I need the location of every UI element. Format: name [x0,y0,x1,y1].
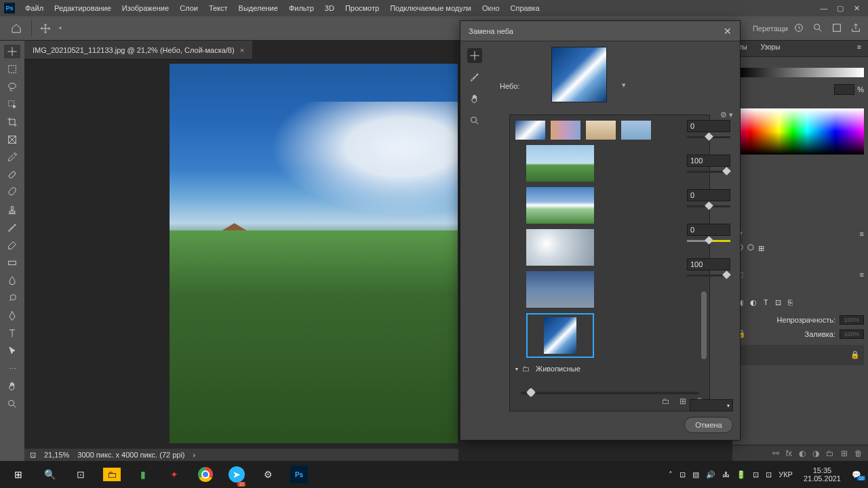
crop-layer-icon[interactable]: ⊡ [775,298,781,307]
workspace-icon[interactable] [831,22,842,35]
search-icon[interactable] [812,22,823,35]
lasso-tool[interactable] [4,80,20,94]
zoom-tool[interactable] [4,397,20,411]
menu-3d[interactable]: 3D [320,2,339,14]
percent-input[interactable] [834,84,854,95]
slider5-value[interactable]: 100 [687,258,730,270]
more-tools[interactable]: ⋯ [4,362,20,375]
move-tool-icon[interactable] [37,20,54,37]
tray-icon2[interactable]: ▧ [692,470,699,479]
menu-select[interactable]: Выделение [234,2,283,14]
explorer-icon[interactable]: 🗀 [96,461,127,488]
battery-icon[interactable]: 🔋 [736,470,746,479]
color-spectrum[interactable] [736,108,864,155]
preset-thumb-5[interactable] [526,145,594,182]
dialog-hand-icon[interactable] [467,92,482,106]
slider3-track[interactable] [687,205,730,207]
language-indicator[interactable]: УКР [778,470,793,479]
preset-thumb-8[interactable] [526,271,594,308]
marquee-tool[interactable] [4,62,20,76]
dialog-zoom-icon[interactable] [467,113,482,128]
healing-tool[interactable] [4,168,20,182]
dialog-brush-icon[interactable] [467,70,482,85]
object-select-tool[interactable] [4,98,20,111]
dialog-dropdown[interactable]: ▾ [690,399,733,411]
brush-tool[interactable] [4,186,20,199]
document-tab[interactable]: IMG_20210521_112133.jpg @ 21,2% (Небо, С… [24,41,252,60]
app-red-icon[interactable]: ✦ [159,461,190,488]
slider1-value[interactable]: 0 [687,120,730,132]
zoom-level[interactable]: 21,15% [44,451,69,459]
panel-menu2-icon[interactable]: ≡ [860,230,864,239]
preset-category[interactable]: ▾ 🗀 Живописные [515,363,704,374]
minimize-button[interactable]: — [816,2,831,14]
slider3-value[interactable]: 0 [687,189,730,201]
slider4-value[interactable]: 0 [687,224,730,236]
preset-thumb-4[interactable] [621,121,651,140]
preset-thumb-6[interactable] [526,187,594,224]
task-view[interactable]: ⊡ [65,461,96,488]
dodge-tool[interactable] [4,291,20,305]
menu-view[interactable]: Просмотр [340,2,384,14]
menu-layers[interactable]: Слои [175,2,203,14]
status-arrow[interactable]: › [193,451,196,459]
swatch2[interactable] [747,244,754,251]
sound-icon[interactable]: 🔊 [706,470,715,479]
fill-input[interactable] [840,329,864,339]
notification-icon[interactable]: 💬16 [852,470,861,479]
network-icon[interactable]: 🖧 [722,470,730,479]
tray-icon1[interactable]: ⊡ [679,470,686,479]
hand-tool[interactable] [4,380,20,393]
opacity-input[interactable] [840,315,864,325]
preset-thumb-2[interactable] [551,121,580,140]
fx-icon[interactable]: fx [786,449,792,458]
document-tab-close[interactable]: × [240,46,244,54]
preset-new-icon[interactable]: ⊞ [679,396,686,406]
text-layer-icon[interactable]: T [764,298,768,307]
dialog-close-button[interactable]: ✕ [724,26,732,37]
menu-image[interactable]: Изображение [117,2,174,14]
menu-edit[interactable]: Редактирование [50,2,116,14]
panel-tab-uzory[interactable]: Узоры [754,41,787,56]
clock[interactable]: 15:35 21.05.2021 [800,466,845,483]
app-green-icon[interactable]: ▮ [127,461,159,488]
menu-file[interactable]: Файл [20,2,48,14]
trash-icon[interactable]: 🗑 [854,449,863,458]
adjust-icon[interactable]: ◐ [750,298,757,307]
preset-settings-icon[interactable]: ⚙ ▾ [720,110,733,119]
tray-icon3[interactable]: ⊡ [753,470,759,479]
pen-tool[interactable] [4,309,20,323]
slider2-value[interactable]: 100 [687,155,730,167]
menu-window[interactable]: Окно [477,2,505,14]
tray-icon4[interactable]: ⊡ [766,470,772,479]
eyedropper-tool[interactable] [4,150,20,164]
adjustment-icon[interactable]: ◑ [812,449,819,458]
grid-icon[interactable]: ⊞ [758,244,764,253]
layer-lock-icon[interactable]: 🔒 [850,350,860,359]
telegram-icon[interactable]: ➤15 [221,461,252,488]
move-tool[interactable] [4,45,20,58]
maximize-button[interactable]: ▢ [833,2,848,14]
photoshop-taskbar-icon[interactable]: Ps [283,461,315,488]
frame-tool[interactable] [4,133,20,146]
history-brush-tool[interactable] [4,221,20,235]
canvas[interactable] [170,64,458,443]
preset-folder-icon[interactable]: 🗀 [662,396,670,406]
gradient-preview[interactable] [736,68,864,77]
tray-chevron-icon[interactable]: ˄ [669,470,673,479]
dropdown-arrow-icon[interactable]: ▾ [59,25,62,31]
menu-filter[interactable]: Фильтр [284,2,319,14]
preset-thumb-7[interactable] [526,229,594,266]
path-select-tool[interactable] [4,344,20,358]
slider2-track[interactable] [687,171,730,173]
start-button[interactable]: ⊞ [3,461,34,488]
blur-tool[interactable] [4,274,20,287]
panel-menu3-icon[interactable]: ≡ [860,270,864,279]
search-button[interactable]: 🔍 [34,461,65,488]
mask-icon[interactable]: ◐ [799,449,806,458]
new-layer-icon[interactable]: ⊞ [841,449,848,458]
gradient-tool[interactable] [4,256,20,270]
cancel-button[interactable]: Отмена [684,417,733,433]
chrome-icon[interactable] [190,461,221,488]
clip-icon[interactable]: ⎘ [788,298,793,307]
